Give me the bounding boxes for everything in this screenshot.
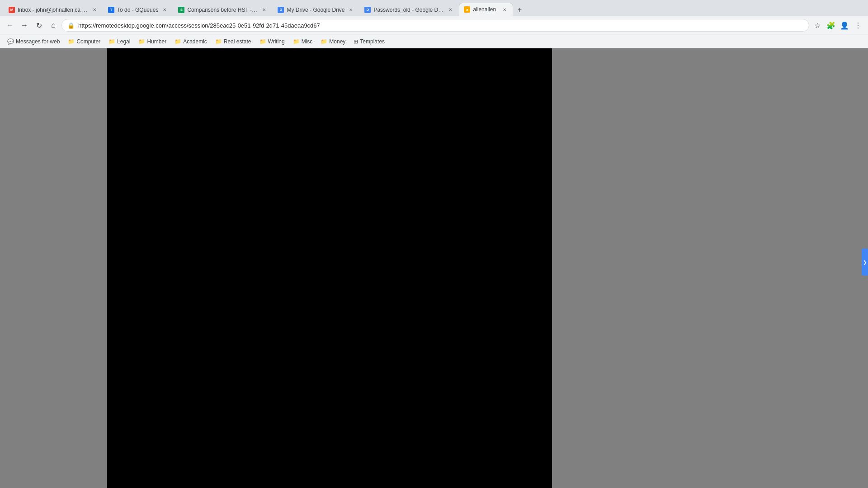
tab-tab-gmail[interactable]: M Inbox - john@johnallen.ca - Joh... ✕ <box>4 3 103 16</box>
bookmark-bm-realestate[interactable]: 📁 Real estate <box>212 37 255 47</box>
bookmark-label-bm-messages: Messages for web <box>16 38 60 45</box>
bookmark-label-bm-humber: Humber <box>147 38 166 45</box>
remote-desktop-screen[interactable] <box>107 48 552 488</box>
tab-close-tab-drive[interactable]: ✕ <box>347 6 354 14</box>
bookmark-bm-humber[interactable]: 📁 Humber <box>135 37 170 47</box>
tab-label-tab-remote: allenallen <box>473 6 498 13</box>
bookmark-icon-bm-money: 📁 <box>321 38 327 45</box>
bookmark-bm-money[interactable]: 📁 Money <box>317 37 349 47</box>
refresh-button[interactable]: ↻ <box>33 19 45 32</box>
tab-label-tab-sheets: Comparisons before HST - Goo... <box>187 7 258 13</box>
tab-bar: M Inbox - john@johnallen.ca - Joh... ✕ T… <box>0 0 868 16</box>
address-bar[interactable]: 🔒 https://remotedesktop.google.com/acces… <box>61 19 809 32</box>
bookmark-icon-bm-academic: 📁 <box>175 38 181 45</box>
bookmark-bm-messages[interactable]: 💬 Messages for web <box>4 37 63 47</box>
bookmark-label-bm-academic: Academic <box>183 38 207 45</box>
bookmark-icon-bm-computer: 📁 <box>68 38 75 45</box>
tab-tab-remote[interactable]: a allenallen ✕ <box>459 3 513 16</box>
tab-favicon-tab-drive: D <box>278 7 284 13</box>
tab-favicon-tab-sheets: S <box>178 7 184 13</box>
toolbar: ← → ↻ ⌂ 🔒 https://remotedesktop.google.c… <box>0 16 868 34</box>
url-text: https://remotedesktop.google.com/access/… <box>78 22 803 29</box>
bookmark-icon-bm-misc: 📁 <box>293 38 300 45</box>
tab-label-tab-drive: My Drive - Google Drive <box>287 7 344 13</box>
bookmark-label-bm-misc: Misc <box>302 38 313 45</box>
bookmark-icon-bm-humber: 📁 <box>138 38 145 45</box>
tab-close-tab-docs[interactable]: ✕ <box>447 6 454 14</box>
bookmark-bm-writing[interactable]: 📁 Writing <box>256 37 288 47</box>
tab-tab-docs[interactable]: D Passwords_old - Google Docs ✕ <box>359 3 459 16</box>
bookmark-bm-computer[interactable]: 📁 Computer <box>64 37 104 47</box>
bookmark-label-bm-legal: Legal <box>117 38 130 45</box>
bookmark-label-bm-computer: Computer <box>76 38 100 45</box>
menu-button[interactable]: ⋮ <box>852 19 864 32</box>
tab-close-tab-sheets[interactable]: ✕ <box>260 6 268 14</box>
tab-label-tab-todo: To do - GQueues <box>117 7 158 13</box>
new-tab-button[interactable]: + <box>513 4 526 16</box>
tab-favicon-tab-remote: a <box>464 6 470 13</box>
profile-button[interactable]: 👤 <box>838 19 851 32</box>
bookmark-icon-bm-messages: 💬 <box>7 38 14 45</box>
extensions-button[interactable]: 🧩 <box>825 19 837 32</box>
tab-tab-drive[interactable]: D My Drive - Google Drive ✕ <box>273 3 359 16</box>
bookmark-label-bm-realestate: Real estate <box>224 38 251 45</box>
star-button[interactable]: ☆ <box>811 19 824 32</box>
tab-close-tab-todo[interactable]: ✕ <box>161 6 168 14</box>
browser-chrome: M Inbox - john@johnallen.ca - Joh... ✕ T… <box>0 0 868 48</box>
bookmark-bm-templates[interactable]: ⊞ Templates <box>350 37 388 47</box>
tab-label-tab-docs: Passwords_old - Google Docs <box>373 7 444 13</box>
side-panel-toggle[interactable]: ❯ <box>862 249 868 276</box>
tab-tab-todo[interactable]: T To do - GQueues ✕ <box>103 3 173 16</box>
bookmark-label-bm-writing: Writing <box>268 38 285 45</box>
bookmark-bm-misc[interactable]: 📁 Misc <box>289 37 316 47</box>
bookmark-label-bm-money: Money <box>329 38 345 45</box>
home-button[interactable]: ⌂ <box>47 19 60 32</box>
tab-close-tab-remote[interactable]: ✕ <box>501 6 508 13</box>
bookmarks-bar: 💬 Messages for web 📁 Computer 📁 Legal 📁 … <box>0 34 868 48</box>
bookmark-bm-legal[interactable]: 📁 Legal <box>105 37 134 47</box>
bookmark-label-bm-templates: Templates <box>360 38 385 45</box>
lock-icon: 🔒 <box>67 22 75 29</box>
bookmark-bm-academic[interactable]: 📁 Academic <box>171 37 211 47</box>
tab-favicon-tab-gmail: M <box>9 7 15 13</box>
tab-favicon-tab-todo: T <box>108 7 114 13</box>
chevron-right-icon: ❯ <box>863 260 867 265</box>
forward-button[interactable]: → <box>18 19 31 32</box>
bookmark-icon-bm-templates: ⊞ <box>354 38 358 45</box>
tab-tab-sheets[interactable]: S Comparisons before HST - Goo... ✕ <box>173 3 273 16</box>
toolbar-right: ☆ 🧩 👤 ⋮ <box>811 19 864 32</box>
tab-close-tab-gmail[interactable]: ✕ <box>91 6 98 14</box>
bookmark-icon-bm-writing: 📁 <box>259 38 266 45</box>
tab-favicon-tab-docs: D <box>364 7 371 13</box>
tab-label-tab-gmail: Inbox - john@johnallen.ca - Joh... <box>18 7 88 13</box>
bookmark-icon-bm-legal: 📁 <box>108 38 115 45</box>
bookmark-icon-bm-realestate: 📁 <box>215 38 222 45</box>
back-button[interactable]: ← <box>4 19 16 32</box>
